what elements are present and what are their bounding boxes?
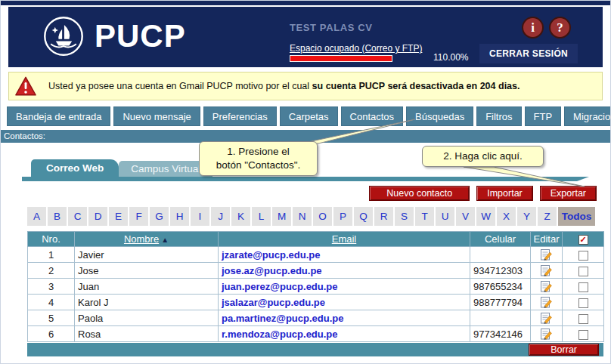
webmail-page: PUCP TEST PALAS CV Espacio ocupado (Corr…: [0, 0, 611, 364]
row-checkbox[interactable]: [578, 282, 588, 292]
letter-filter-x[interactable]: X: [497, 207, 516, 226]
contact-name: Rosa: [75, 326, 219, 342]
nav-item-ftp[interactable]: FTP: [525, 106, 562, 126]
header-celular: Celular: [470, 232, 531, 247]
row-checkbox[interactable]: [578, 298, 588, 308]
contact-celular: [470, 310, 531, 326]
letter-filter-g[interactable]: G: [150, 207, 169, 226]
edit-contact-button[interactable]: [540, 328, 553, 341]
letter-filter-k[interactable]: K: [231, 207, 250, 226]
contact-edit-cell: [531, 310, 563, 326]
letter-filter-v[interactable]: V: [456, 207, 475, 226]
letter-filter-r[interactable]: R: [374, 207, 393, 226]
contact-number: 1: [28, 247, 75, 263]
letter-filter-h[interactable]: H: [170, 207, 189, 226]
warning-icon: [14, 76, 37, 97]
logout-button[interactable]: CERRAR SESIÓN: [479, 44, 578, 63]
edit-contact-button[interactable]: [540, 264, 553, 277]
letter-filter-t[interactable]: T: [415, 207, 434, 226]
letter-filter-d[interactable]: D: [88, 207, 107, 226]
contact-celular: 988777794: [470, 295, 531, 310]
letter-filter-c[interactable]: C: [68, 207, 87, 226]
table-row: 2Josejose.az@pucp.edu.pe934712303: [28, 263, 604, 279]
help-icon[interactable]: ?: [549, 17, 571, 39]
letter-filter-todos[interactable]: Todos: [558, 207, 595, 226]
letter-filter-i[interactable]: I: [191, 207, 209, 226]
contact-celular: 934712303: [470, 263, 531, 279]
letter-filter-m[interactable]: M: [272, 207, 291, 226]
edit-icon: [540, 328, 553, 341]
contact-email: r.mendoza@pucp.edu.pe: [219, 326, 470, 342]
edit-contact-button[interactable]: [540, 248, 553, 261]
letter-filter-y[interactable]: Y: [517, 207, 536, 226]
letter-filter-s[interactable]: S: [395, 207, 414, 226]
edit-icon: [540, 264, 553, 277]
warning-banner: Usted ya posee una cuenta en Gmail PUCP …: [8, 72, 603, 100]
contact-select-cell: [563, 326, 604, 342]
contact-name: Paola: [75, 310, 219, 326]
contact-edit-cell: [531, 247, 563, 263]
contact-number: 3: [28, 279, 75, 295]
contact-edit-cell: [531, 279, 563, 295]
letter-filter-o[interactable]: O: [313, 207, 332, 226]
edit-contact-button[interactable]: [540, 312, 553, 325]
space-percent: 110.00%: [433, 52, 468, 63]
contact-name: Karol J: [75, 295, 219, 310]
contact-name: Jose: [75, 263, 219, 279]
contact-select-cell: [563, 263, 604, 279]
table-row: 5Paolapa.martinez@pucp.edu.pe: [28, 310, 604, 326]
account-name: TEST PALAS CV: [290, 22, 372, 33]
contact-celular: 987655234: [470, 279, 531, 295]
space-used-link[interactable]: Espacio ocupado (Correo y FTP): [290, 43, 422, 54]
nav-item-bandeja-de-entrada[interactable]: Bandeja de entrada: [7, 106, 110, 126]
nav-item-nuevo-mensaje[interactable]: Nuevo mensaje: [113, 106, 200, 126]
logo-text: PUCP: [95, 20, 186, 52]
row-checkbox[interactable]: [578, 314, 588, 324]
table-row: 4Karol Jjsalazar@pucp.edu.pe988777794: [28, 295, 604, 310]
letter-filter-f[interactable]: F: [129, 207, 148, 226]
header-nro: Nro.: [28, 232, 75, 247]
nav-item-migracion[interactable]: Migracion: [564, 106, 611, 126]
nav-item-filtros[interactable]: Filtros: [476, 106, 521, 126]
letter-filter-z[interactable]: Z: [538, 207, 557, 226]
header-nombre[interactable]: Nombre▲: [75, 232, 219, 247]
letter-filter-b[interactable]: B: [48, 207, 67, 226]
letter-filter-j[interactable]: J: [211, 207, 230, 226]
contact-name: Juan: [75, 279, 219, 295]
letter-filter-a[interactable]: A: [27, 207, 46, 226]
letter-filter-p[interactable]: P: [333, 207, 352, 226]
letter-filter-l[interactable]: L: [252, 207, 271, 226]
letter-filter-n[interactable]: N: [293, 207, 312, 226]
row-checkbox[interactable]: [578, 330, 588, 340]
contacts-tbody: 1Javierjzarate@pucp.edu.pe2Josejose.az@p…: [28, 247, 604, 342]
contact-number: 6: [28, 326, 75, 342]
contact-number: 5: [28, 310, 75, 326]
edit-icon: [540, 280, 553, 293]
contact-select-cell: [563, 295, 604, 310]
contact-email: juan.perez@pucp.edu.pe: [219, 279, 470, 295]
letter-filter-q[interactable]: Q: [354, 207, 373, 226]
contact-select-cell: [563, 279, 604, 295]
table-row: 1Javierjzarate@pucp.edu.pe: [28, 247, 604, 263]
callout-click-here: 2. Haga clic aquí.: [422, 146, 544, 167]
letter-filter-e[interactable]: E: [109, 207, 128, 226]
row-checkbox[interactable]: [578, 267, 588, 276]
contact-email: jsalazar@pucp.edu.pe: [219, 295, 470, 310]
edit-contact-button[interactable]: [540, 296, 553, 309]
delete-button[interactable]: Borrar: [529, 344, 599, 356]
edit-icon: [540, 248, 553, 261]
header: PUCP TEST PALAS CV Espacio ocupado (Corr…: [8, 7, 603, 67]
space-progress-bar: [290, 55, 392, 62]
contact-email: jose.az@pucp.edu.pe: [219, 263, 470, 279]
row-checkbox[interactable]: [578, 251, 588, 261]
contact-celular: 977342146: [470, 326, 531, 342]
letter-filter-w[interactable]: W: [476, 207, 495, 226]
nav-item-preferencias[interactable]: Preferencias: [203, 106, 277, 126]
letter-filter-u[interactable]: U: [436, 207, 454, 226]
tab-correo-web[interactable]: Correo Web: [31, 159, 119, 177]
contact-name: Javier: [75, 247, 219, 263]
info-icon[interactable]: i: [522, 17, 544, 39]
edit-contact-button[interactable]: [540, 280, 553, 293]
header-email[interactable]: Email: [219, 232, 470, 247]
select-all-checkbox[interactable]: ✓: [578, 235, 588, 245]
